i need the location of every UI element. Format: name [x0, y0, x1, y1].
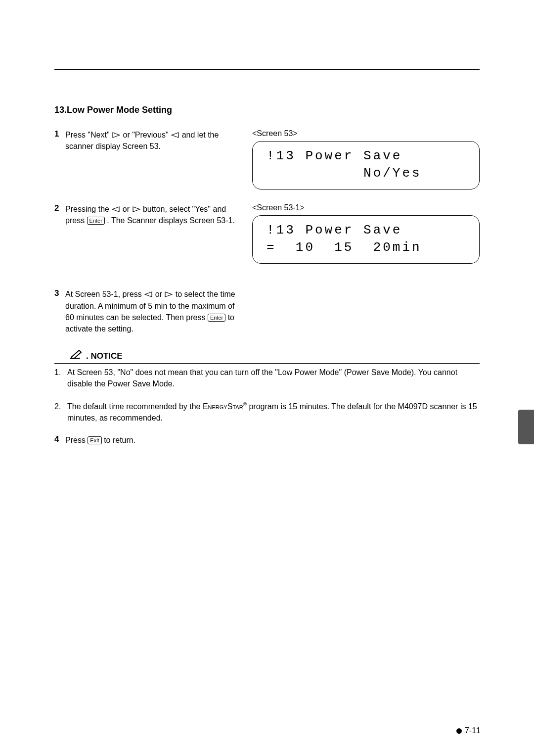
- step-1: 1 Press "Next" or "Previous" and let the…: [54, 129, 242, 152]
- right-arrow-icon: [165, 291, 173, 297]
- step-text: Pressing the or button, select "Yes" and…: [65, 203, 242, 226]
- text: The default time recommended by the E: [67, 402, 208, 411]
- step-number: 3: [54, 288, 65, 334]
- notice-header: . NOTICE: [54, 348, 480, 361]
- notice-item-1: 1. At Screen 53, "No" does not mean that…: [54, 367, 480, 389]
- step-3: 3 At Screen 53-1, press or to select the…: [54, 288, 242, 334]
- enter-keycap: Enter: [87, 217, 105, 225]
- text: S: [227, 402, 233, 411]
- text: or "Previous": [123, 131, 171, 139]
- list-number: 2.: [54, 401, 67, 424]
- text: At Screen 53-1, press: [65, 290, 144, 298]
- notice-text: The default time recommended by the Ener…: [67, 401, 480, 424]
- step-number: 1: [54, 129, 65, 152]
- left-arrow-icon: [144, 291, 152, 297]
- lcd-line: = 10 15 20min: [267, 240, 422, 255]
- text: Press "Next": [65, 131, 112, 139]
- enter-keycap: Enter: [208, 314, 225, 322]
- step-4: 4 Press Exit to return.: [54, 434, 480, 446]
- step-number: 2: [54, 203, 65, 226]
- step-2: 2 Pressing the or button, select "Yes" a…: [54, 203, 242, 226]
- page-side-tab: [518, 410, 534, 444]
- svg-marker-4: [145, 292, 152, 297]
- svg-marker-5: [165, 292, 172, 297]
- text: to return.: [104, 436, 135, 444]
- notice-label: . NOTICE: [86, 351, 123, 361]
- screen-label: <Screen 53-1>: [252, 203, 480, 212]
- lcd-screen-53-1: !13 Power Save = 10 15 20min: [252, 215, 480, 264]
- step-number: 4: [54, 434, 65, 446]
- pencil-icon: [69, 348, 84, 361]
- screen-label: <Screen 53>: [252, 129, 480, 138]
- lcd-line: No/Yes: [267, 166, 422, 181]
- section-title: 13.Low Power Mode Setting: [54, 105, 480, 115]
- smallcaps: nergy: [208, 402, 227, 411]
- svg-marker-2: [112, 207, 119, 212]
- notice-divider: [54, 363, 480, 364]
- left-arrow-icon: [171, 132, 179, 138]
- registered-mark: ®: [243, 401, 247, 407]
- text: or: [155, 290, 165, 298]
- text: Press: [65, 436, 88, 444]
- right-arrow-icon: [133, 206, 140, 212]
- svg-marker-0: [113, 133, 120, 138]
- page-number: 7-11: [465, 726, 481, 735]
- lcd-screen-53: !13 Power Save No/Yes: [252, 141, 480, 189]
- smallcaps: tar: [232, 402, 243, 411]
- lcd-line: !13 Power Save: [267, 148, 402, 163]
- list-number: 1.: [54, 367, 67, 389]
- step-text: Press "Next" or "Previous" and let the s…: [65, 129, 242, 152]
- right-arrow-icon: [112, 132, 120, 138]
- exit-keycap: Exit: [88, 436, 101, 444]
- svg-marker-1: [172, 133, 178, 138]
- bullet-icon: [456, 728, 462, 734]
- notice-text: At Screen 53, "No" does not mean that yo…: [67, 367, 480, 389]
- left-arrow-icon: [112, 206, 120, 212]
- horizontal-rule: [54, 69, 480, 70]
- text: Pressing the: [65, 205, 111, 213]
- text: . The Scanner displays Screen 53-1.: [107, 216, 235, 225]
- lcd-line: !13 Power Save: [267, 223, 402, 237]
- svg-marker-3: [133, 207, 140, 212]
- step-text: At Screen 53-1, press or to select the t…: [65, 288, 242, 334]
- page-footer: 7-11: [456, 726, 481, 735]
- text: or: [123, 205, 132, 213]
- step-text: Press Exit to return.: [65, 434, 135, 446]
- notice-item-2: 2. The default time recommended by the E…: [54, 401, 480, 424]
